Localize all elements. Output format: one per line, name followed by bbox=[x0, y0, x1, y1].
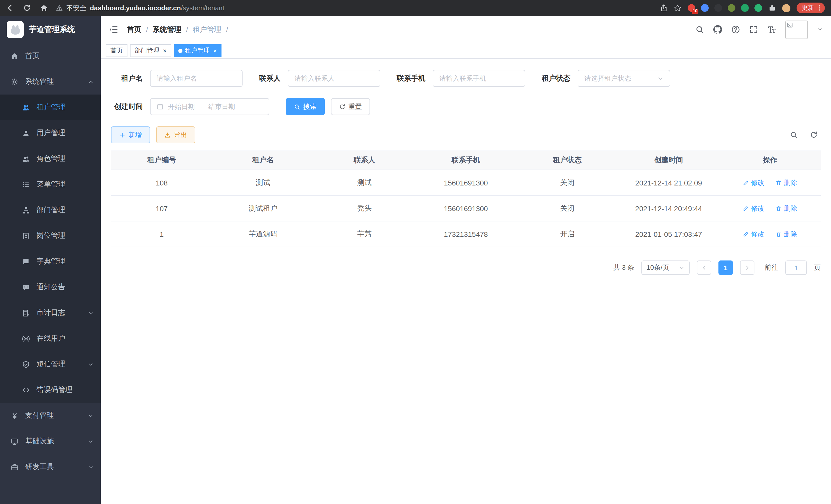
cell-created: 2021-12-14 20:49:44 bbox=[618, 196, 719, 221]
sidebar-item[interactable]: 短信管理 bbox=[0, 351, 101, 377]
sidebar-item[interactable]: 支付管理 bbox=[0, 403, 101, 428]
reload-icon[interactable] bbox=[23, 4, 31, 12]
tenant-status-select[interactable]: 请选择租户状态 bbox=[578, 70, 670, 87]
tab[interactable]: 首页 bbox=[106, 44, 127, 57]
date-end-placeholder: 结束日期 bbox=[208, 102, 235, 111]
sidebar-item[interactable]: 审计日志 bbox=[0, 300, 101, 326]
chevron-down-icon[interactable] bbox=[817, 27, 823, 32]
avatar[interactable] bbox=[785, 20, 808, 39]
log-icon bbox=[22, 309, 30, 317]
filter-create-time: 创建时间 开始日期 - 结束日期 bbox=[111, 98, 269, 115]
sidebar-item[interactable]: 通知公告 bbox=[0, 274, 101, 300]
image-placeholder-icon bbox=[787, 22, 793, 28]
toolbox-icon bbox=[10, 463, 19, 471]
sidebar-item[interactable]: 在线用户 bbox=[0, 326, 101, 351]
github-icon[interactable] bbox=[713, 25, 722, 34]
edit-link[interactable]: 修改 bbox=[743, 229, 765, 239]
share-icon[interactable] bbox=[660, 4, 667, 12]
update-button[interactable]: 更新 bbox=[797, 3, 825, 13]
phone-input[interactable] bbox=[433, 70, 525, 87]
calendar-icon bbox=[157, 103, 164, 110]
kebab-menu-icon[interactable] bbox=[816, 5, 823, 11]
date-separator: - bbox=[200, 103, 203, 111]
edit-link[interactable]: 修改 bbox=[743, 178, 765, 187]
breadcrumb: 首页 / 系统管理 / 租户管理 / bbox=[127, 25, 233, 34]
delete-link[interactable]: 删除 bbox=[776, 204, 797, 213]
sidebar-item[interactable]: 字典管理 bbox=[0, 249, 101, 274]
tenant-name-label: 租户名 bbox=[111, 74, 143, 83]
sidebar-item[interactable]: 租户管理 bbox=[0, 94, 101, 120]
extension-icon[interactable] bbox=[728, 4, 736, 12]
delete-label: 删除 bbox=[784, 204, 797, 213]
status-label: 租户状态 bbox=[542, 74, 570, 83]
extension-icon[interactable] bbox=[754, 4, 762, 12]
sidebar-item[interactable]: 基础设施 bbox=[0, 428, 101, 454]
delete-link[interactable]: 删除 bbox=[776, 178, 797, 187]
extension-icon[interactable] bbox=[741, 4, 749, 12]
close-icon[interactable]: × bbox=[213, 47, 217, 54]
breadcrumb-item[interactable]: 租户管理 / bbox=[193, 25, 233, 34]
star-icon[interactable] bbox=[674, 4, 682, 12]
fullscreen-icon[interactable] bbox=[749, 25, 758, 34]
sidebar-item[interactable]: 研发工具 bbox=[0, 454, 101, 480]
sidebar-item[interactable]: 错误码管理 bbox=[0, 377, 101, 403]
sidebar-item[interactable]: 系统管理 bbox=[0, 69, 101, 94]
chevron-down-icon bbox=[88, 464, 93, 470]
edit-link[interactable]: 修改 bbox=[743, 204, 765, 213]
gear-icon bbox=[10, 78, 19, 86]
sidebar-item[interactable]: 用户管理 bbox=[0, 120, 101, 146]
tab[interactable]: 部门管理 × bbox=[130, 44, 171, 57]
app-title: 芋道管理系统 bbox=[29, 25, 75, 34]
help-icon[interactable] bbox=[731, 25, 740, 34]
current-page[interactable]: 1 bbox=[718, 261, 733, 275]
page-header: 首页 / 系统管理 / 租户管理 / bbox=[101, 16, 831, 43]
puzzle-icon[interactable] bbox=[768, 4, 776, 12]
extension-icon[interactable]: 10 bbox=[688, 4, 695, 12]
chevron-up-icon bbox=[88, 79, 93, 85]
sidebar-item[interactable]: 菜单管理 bbox=[0, 172, 101, 197]
app-logo[interactable]: 芋道管理系统 bbox=[0, 16, 101, 43]
add-button[interactable]: 新增 bbox=[111, 126, 150, 143]
delete-link[interactable]: 删除 bbox=[776, 229, 797, 239]
tab[interactable]: 租户管理 × bbox=[174, 44, 222, 57]
search-icon[interactable] bbox=[695, 25, 704, 34]
back-arrow-icon[interactable] bbox=[6, 4, 14, 12]
extension-badge: 10 bbox=[692, 9, 698, 14]
breadcrumb-item[interactable]: 首页 / bbox=[127, 25, 153, 34]
select-placeholder: 请选择租户状态 bbox=[584, 74, 631, 83]
extension-icon[interactable] bbox=[714, 4, 722, 12]
close-icon[interactable]: × bbox=[163, 47, 167, 54]
search-button[interactable]: 搜索 bbox=[286, 98, 325, 115]
extension-icon[interactable] bbox=[701, 4, 709, 12]
cell-tenant-id: 108 bbox=[111, 170, 212, 196]
signal-icon bbox=[22, 335, 30, 343]
goto-page-input[interactable] bbox=[785, 261, 807, 275]
font-size-icon[interactable] bbox=[767, 25, 776, 34]
sidebar-item[interactable]: 岗位管理 bbox=[0, 223, 101, 249]
breadcrumb-item[interactable]: 系统管理 / bbox=[153, 25, 193, 34]
breadcrumb-label: 租户管理 bbox=[193, 25, 222, 34]
refresh-icon[interactable] bbox=[810, 131, 818, 139]
export-button[interactable]: 导出 bbox=[156, 126, 195, 143]
sidebar-item[interactable]: 角色管理 bbox=[0, 146, 101, 172]
url-path: /system/tenant bbox=[181, 4, 224, 12]
next-page-button[interactable] bbox=[740, 261, 754, 275]
prev-page-button[interactable] bbox=[697, 261, 711, 275]
sidebar-item-label: 基础设施 bbox=[25, 437, 54, 446]
column-header: 联系手机 bbox=[415, 151, 517, 170]
contact-input[interactable] bbox=[288, 70, 380, 87]
filter-phone: 联系手机 bbox=[397, 70, 525, 87]
chevron-down-icon bbox=[679, 265, 685, 270]
sidebar-item[interactable]: 部门管理 bbox=[0, 197, 101, 223]
reset-button[interactable]: 重置 bbox=[331, 98, 370, 115]
tenant-name-input[interactable] bbox=[150, 70, 242, 87]
sidebar-item[interactable]: 首页 bbox=[0, 43, 101, 69]
create-time-range[interactable]: 开始日期 - 结束日期 bbox=[150, 98, 269, 115]
home-icon[interactable] bbox=[40, 4, 48, 12]
profile-avatar[interactable] bbox=[782, 4, 791, 12]
search-icon[interactable] bbox=[790, 131, 798, 139]
table-row: 1 芋道源码 芋艿 17321315478 开启 2021-01-05 17:0… bbox=[111, 221, 821, 247]
page-size-select[interactable]: 10条/页 bbox=[641, 261, 690, 275]
collapse-menu-icon[interactable] bbox=[109, 25, 119, 34]
address-bar[interactable]: 不安全 dashboard.yudao.iocoder.cn/system/te… bbox=[56, 3, 654, 12]
